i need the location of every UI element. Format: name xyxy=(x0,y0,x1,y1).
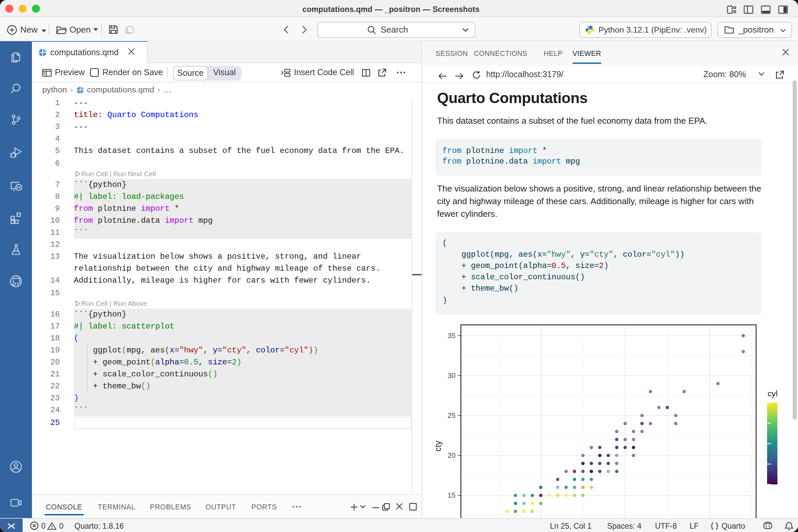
svg-text:cty: cty xyxy=(433,440,442,452)
svg-text:15: 15 xyxy=(448,491,456,499)
svg-text:25: 25 xyxy=(448,411,456,420)
svg-text:20: 20 xyxy=(448,451,456,459)
svg-text:35: 35 xyxy=(448,331,456,340)
svg-text:cyl: cyl xyxy=(767,389,777,398)
svg-text:30: 30 xyxy=(448,372,456,380)
